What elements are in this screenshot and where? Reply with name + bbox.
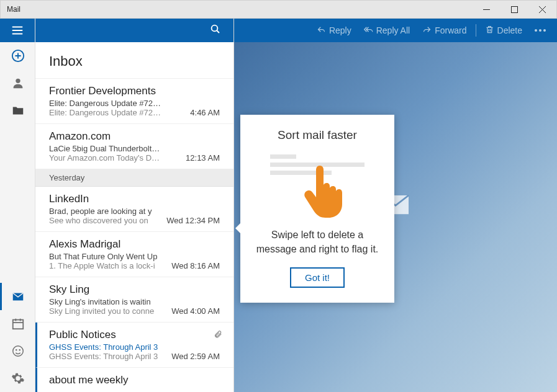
reading-toolbar: Reply Reply All Forward Delete xyxy=(234,19,557,42)
message-item[interactable]: LinkedIn Brad, people are looking at y S… xyxy=(35,187,233,232)
message-preview: Your Amazon.com Today's Deals S xyxy=(49,153,161,163)
message-preview: Elite: Dangerous Update #72 - Pow xyxy=(49,108,161,117)
tip-illustration xyxy=(265,151,369,219)
message-sender: Public Notices xyxy=(49,329,220,341)
forward-icon xyxy=(422,25,432,36)
message-item[interactable]: Frontier Developments Elite: Dangerous U… xyxy=(35,79,233,124)
message-list[interactable]: Frontier Developments Elite: Dangerous U… xyxy=(35,79,233,392)
message-preview: GHSS Events: Through April 3 xyxy=(49,352,158,361)
message-item[interactable]: Alexis Madrigal But That Future Only Wen… xyxy=(35,232,233,277)
svg-point-7 xyxy=(212,25,218,32)
forward-button[interactable]: Forward xyxy=(417,19,471,42)
list-toolbar xyxy=(35,19,233,42)
toolbar-separator xyxy=(476,24,476,37)
window-titlebar: Mail xyxy=(0,0,557,19)
new-mail-button[interactable] xyxy=(0,42,35,69)
hamburger-button[interactable] xyxy=(0,19,35,42)
reply-all-button[interactable]: Reply All xyxy=(359,19,415,42)
attachment-icon xyxy=(214,330,222,341)
message-item[interactable]: Amazon.com LaCie 5big Dual Thunderbolt-2… xyxy=(35,124,233,169)
date-group-header: Yesterday xyxy=(35,169,233,187)
window-controls xyxy=(473,0,556,19)
reply-button[interactable]: Reply xyxy=(312,19,356,42)
tip-callout: Sort mail faster Swipe left to delete a … xyxy=(240,115,394,303)
svg-point-5 xyxy=(16,350,16,350)
delete-label: Delete xyxy=(497,25,522,35)
message-preview: 1. The Apple Watch is a lock-i xyxy=(49,261,155,270)
minimize-button[interactable] xyxy=(473,0,500,19)
svg-rect-0 xyxy=(512,6,518,12)
tip-body: Swipe left to delete a message and right… xyxy=(253,228,382,256)
message-time: 4:46 AM xyxy=(190,108,220,117)
account-icon[interactable] xyxy=(0,69,35,97)
mail-icon[interactable] xyxy=(0,283,35,310)
message-time: Wed 4:00 AM xyxy=(171,306,220,316)
message-item[interactable]: about me weekly xyxy=(35,368,233,392)
message-time: Wed 12:34 PM xyxy=(166,216,220,225)
message-item[interactable]: Sky Ling Sky Ling's invitation is waitin… xyxy=(35,277,233,323)
message-sender: LinkedIn xyxy=(49,193,220,205)
feedback-icon[interactable] xyxy=(0,337,35,365)
folder-title: Inbox xyxy=(49,53,220,69)
message-subject: Sky Ling's invitation is waitin xyxy=(49,297,151,306)
window-title: Mail xyxy=(1,5,473,14)
forward-label: Forward xyxy=(435,25,466,35)
message-preview: Sky Ling invited you to conne xyxy=(49,306,154,316)
swipe-hand-icon xyxy=(299,162,349,220)
more-button[interactable] xyxy=(530,29,551,32)
message-preview: See who discovered you on xyxy=(49,216,148,225)
reading-pane: Reply Reply All Forward Delete Sort mail… xyxy=(234,19,557,392)
message-time: 12:13 AM xyxy=(186,153,220,163)
message-subject: But That Future Only Went Up xyxy=(49,252,157,261)
folder-header: Inbox xyxy=(35,42,233,79)
settings-icon[interactable] xyxy=(0,365,35,392)
message-subject: Elite: Dangerous Update #72 - Pow xyxy=(49,99,161,108)
message-sender: about me weekly xyxy=(49,374,220,386)
message-subject: GHSS Events: Through April 3 xyxy=(49,342,158,352)
app-body: Inbox Frontier Developments Elite: Dange… xyxy=(0,19,557,392)
message-sender: Amazon.com xyxy=(49,130,220,143)
svg-point-2 xyxy=(16,79,20,83)
delete-button[interactable]: Delete xyxy=(480,19,527,42)
message-time: Wed 8:16 AM xyxy=(171,261,220,270)
svg-point-6 xyxy=(19,350,20,350)
message-subject: LaCie 5big Dual Thunderbolt-2 5- xyxy=(49,144,161,153)
close-button[interactable] xyxy=(528,0,556,19)
calendar-icon[interactable] xyxy=(0,310,35,337)
message-item[interactable]: Public Notices GHSS Events: Through Apri… xyxy=(35,323,233,368)
message-subject: Brad, people are looking at y xyxy=(49,207,152,216)
trash-icon xyxy=(485,25,494,36)
nav-rail xyxy=(0,19,35,392)
tip-title: Sort mail faster xyxy=(253,128,382,142)
message-sender: Alexis Madrigal xyxy=(49,238,220,251)
message-sender: Frontier Developments xyxy=(49,85,220,97)
maximize-button[interactable] xyxy=(500,0,528,19)
tip-dismiss-button[interactable]: Got it! xyxy=(290,267,345,288)
message-sender: Sky Ling xyxy=(49,283,220,296)
reply-all-icon xyxy=(364,25,373,36)
reply-all-label: Reply All xyxy=(376,25,410,35)
folder-icon[interactable] xyxy=(0,97,35,124)
svg-point-4 xyxy=(12,346,23,357)
svg-rect-3 xyxy=(12,320,23,329)
message-time: Wed 2:59 AM xyxy=(171,352,220,361)
message-list-pane: Inbox Frontier Developments Elite: Dange… xyxy=(35,19,234,392)
reply-label: Reply xyxy=(329,25,351,35)
search-icon[interactable] xyxy=(210,24,221,37)
reply-icon xyxy=(317,25,326,36)
